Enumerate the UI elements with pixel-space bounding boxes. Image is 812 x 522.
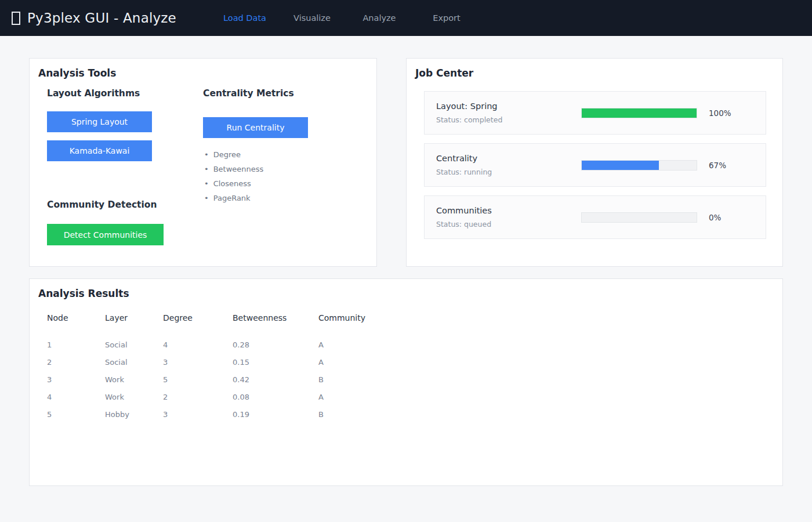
job-progress-fill bbox=[582, 108, 697, 118]
missing-glyph-icon bbox=[12, 12, 20, 25]
cell-community: B bbox=[318, 371, 774, 389]
run-centrality-button[interactable]: Run Centrality bbox=[203, 117, 308, 138]
cell-node: 3 bbox=[47, 371, 105, 389]
job-progress-bar bbox=[581, 108, 697, 118]
cell-layer: Social bbox=[105, 354, 163, 371]
job-name: Centrality bbox=[436, 154, 581, 163]
col-header-node: Node bbox=[47, 313, 105, 336]
cell-node: 2 bbox=[47, 354, 105, 371]
cell-betweenness: 0.28 bbox=[233, 336, 318, 354]
cell-layer: Social bbox=[105, 336, 163, 354]
job-name: Layout: Spring bbox=[436, 102, 581, 111]
cell-community: A bbox=[318, 336, 774, 354]
analysis-results-title: Analysis Results bbox=[38, 288, 774, 299]
centrality-metrics-title: Centrality Metrics bbox=[203, 88, 368, 99]
job-progress-bar bbox=[581, 212, 697, 223]
col-header-community: Community bbox=[318, 313, 774, 336]
metric-degree: Degree bbox=[203, 147, 368, 162]
main-nav: Load Data Visualize Analyze Export bbox=[211, 13, 480, 23]
cell-community: A bbox=[318, 354, 774, 371]
job-center-panel: Job Center Layout: Spring Status: comple… bbox=[406, 58, 783, 267]
detect-communities-button[interactable]: Detect Communities bbox=[47, 224, 164, 245]
cell-community: A bbox=[318, 389, 774, 406]
cell-degree: 3 bbox=[163, 406, 233, 423]
cell-layer: Hobby bbox=[105, 406, 163, 423]
cell-community: B bbox=[318, 406, 774, 423]
job-status: Status: queued bbox=[436, 220, 581, 229]
col-header-betweenness: Betweenness bbox=[233, 313, 318, 336]
spring-layout-button[interactable]: Spring Layout bbox=[47, 111, 152, 132]
community-detection-title: Community Detection bbox=[47, 200, 203, 210]
results-table: Node Layer Degree Betweenness Community … bbox=[47, 313, 774, 423]
analysis-tools-title: Analysis Tools bbox=[38, 67, 368, 79]
cell-betweenness: 0.15 bbox=[233, 354, 318, 371]
nav-export[interactable]: Export bbox=[413, 13, 480, 23]
job-name: Communities bbox=[436, 206, 581, 215]
col-header-degree: Degree bbox=[163, 313, 233, 336]
cell-node: 1 bbox=[47, 336, 105, 354]
analysis-tools-panel: Analysis Tools Layout Algorithms Spring … bbox=[29, 58, 377, 267]
cell-degree: 4 bbox=[163, 336, 233, 354]
app-title-text: Py3plex GUI - Analyze bbox=[27, 10, 176, 26]
app-header: Py3plex GUI - Analyze Load Data Visualiz… bbox=[0, 0, 812, 36]
centrality-metrics-section: Centrality Metrics Run Centrality Degree… bbox=[203, 88, 368, 245]
kamada-kawai-button[interactable]: Kamada-Kawai bbox=[47, 140, 152, 161]
job-card-layout-spring: Layout: Spring Status: completed 100% bbox=[424, 91, 766, 135]
job-progress-fill bbox=[582, 161, 659, 170]
job-card-communities: Communities Status: queued 0% bbox=[424, 195, 766, 239]
job-center-title: Job Center bbox=[415, 67, 774, 79]
cell-degree: 3 bbox=[163, 354, 233, 371]
job-percent-label: 67% bbox=[709, 161, 726, 170]
metric-pagerank: PageRank bbox=[203, 191, 368, 205]
cell-layer: Work bbox=[105, 389, 163, 406]
job-percent-label: 0% bbox=[709, 213, 721, 222]
app-title: Py3plex GUI - Analyze bbox=[12, 10, 176, 26]
layout-algorithms-title: Layout Algorithms bbox=[47, 88, 203, 99]
cell-betweenness: 0.08 bbox=[233, 389, 318, 406]
job-status: Status: completed bbox=[436, 115, 581, 124]
col-header-layer: Layer bbox=[105, 313, 163, 336]
main-content: Analysis Tools Layout Algorithms Spring … bbox=[0, 36, 812, 486]
metric-closeness: Closeness bbox=[203, 176, 368, 191]
nav-load-data[interactable]: Load Data bbox=[211, 13, 278, 23]
centrality-metric-list: Degree Betweenness Closeness PageRank bbox=[203, 147, 368, 205]
metric-betweenness: Betweenness bbox=[203, 162, 368, 176]
cell-layer: Work bbox=[105, 371, 163, 389]
analysis-results-panel: Analysis Results Node Layer Degree Betwe… bbox=[29, 278, 783, 486]
cell-node: 5 bbox=[47, 406, 105, 423]
job-progress-bar bbox=[581, 160, 697, 171]
cell-betweenness: 0.42 bbox=[233, 371, 318, 389]
community-detection-section: Community Detection Detect Communities bbox=[47, 200, 203, 245]
job-status: Status: running bbox=[436, 168, 581, 176]
cell-degree: 2 bbox=[163, 389, 233, 406]
cell-betweenness: 0.19 bbox=[233, 406, 318, 423]
cell-node: 4 bbox=[47, 389, 105, 406]
cell-degree: 5 bbox=[163, 371, 233, 389]
job-card-centrality: Centrality Status: running 67% bbox=[424, 143, 766, 187]
nav-analyze[interactable]: Analyze bbox=[346, 13, 413, 23]
nav-visualize[interactable]: Visualize bbox=[278, 13, 346, 23]
job-percent-label: 100% bbox=[709, 108, 731, 118]
